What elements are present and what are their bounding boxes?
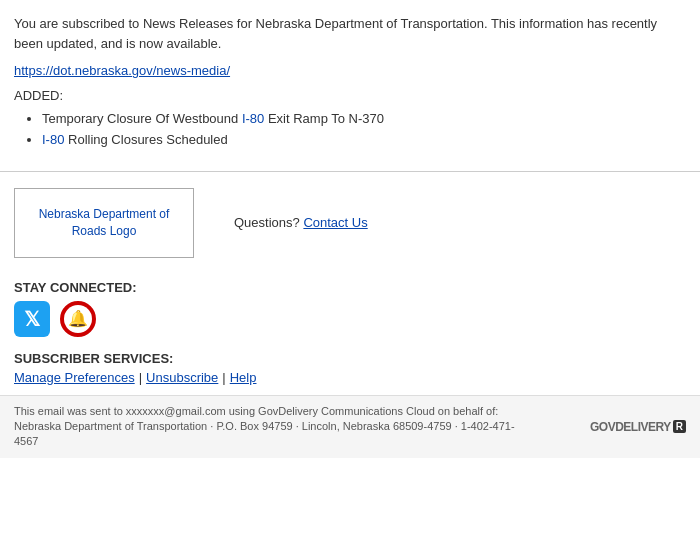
questions-block: Questions? Contact Us <box>234 215 368 230</box>
logo-image: Nebraska Department of Roads Logo <box>21 206 187 240</box>
logo-box: Nebraska Department of Roads Logo <box>14 188 194 258</box>
stay-connected: STAY CONNECTED: 𝕏 🔔 <box>14 280 686 337</box>
manage-preferences-link[interactable]: Manage Preferences <box>14 370 135 385</box>
separator-1: | <box>139 370 142 385</box>
subscriber-section: SUBSCRIBER SERVICES: Manage Preferences … <box>14 351 686 385</box>
govdelivery-logo: GOVDELIVERY R <box>590 420 686 434</box>
govdelivery-badge: R <box>673 420 686 433</box>
unsubscribe-link[interactable]: Unsubscribe <box>146 370 218 385</box>
subscriber-label: SUBSCRIBER SERVICES: <box>14 351 686 366</box>
bell-icon: 🔔 <box>68 309 88 328</box>
news-link[interactable]: https://dot.nebraska.gov/news-media/ <box>14 63 686 78</box>
added-items-list: Temporary Closure Of Westbound I-80 Exit… <box>42 109 686 151</box>
contact-us-link[interactable]: Contact Us <box>303 215 367 230</box>
questions-label: Questions? <box>234 215 300 230</box>
separator-2: | <box>222 370 225 385</box>
list-item: Temporary Closure Of Westbound I-80 Exit… <box>42 109 686 130</box>
twitter-icon: 𝕏 <box>24 307 40 331</box>
social-icons: 𝕏 🔔 <box>14 301 686 337</box>
notify-inner: 🔔 <box>64 305 92 333</box>
govdelivery-text: GOVDELIVERY <box>590 420 671 434</box>
added-label: ADDED: <box>14 88 686 103</box>
footer-bottom-text: This email was sent to xxxxxxx@gmail.com… <box>14 404 534 450</box>
footer-section: Nebraska Department of Roads Logo Questi… <box>0 172 700 385</box>
i80-link-2[interactable]: I-80 <box>42 132 64 147</box>
help-link[interactable]: Help <box>230 370 257 385</box>
list-item: I-80 Rolling Closures Scheduled <box>42 130 686 151</box>
main-content: You are subscribed to News Releases for … <box>0 0 700 151</box>
i80-link-1[interactable]: I-80 <box>242 111 264 126</box>
notify-button[interactable]: 🔔 <box>60 301 96 337</box>
footer-bottom: This email was sent to xxxxxxx@gmail.com… <box>0 395 700 458</box>
subscriber-links: Manage Preferences | Unsubscribe | Help <box>14 370 686 385</box>
twitter-button[interactable]: 𝕏 <box>14 301 50 337</box>
footer-top: Nebraska Department of Roads Logo Questi… <box>14 182 686 264</box>
stay-connected-label: STAY CONNECTED: <box>14 280 686 295</box>
intro-text: You are subscribed to News Releases for … <box>14 14 686 53</box>
